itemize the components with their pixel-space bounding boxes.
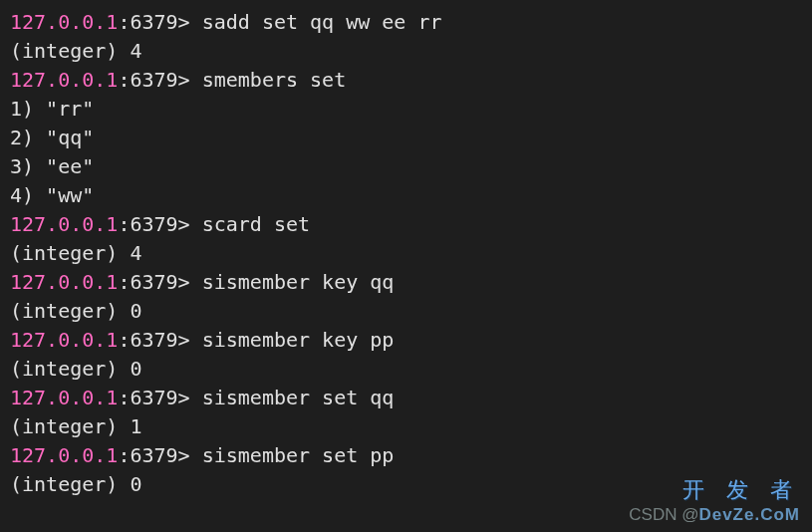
output-text: 1) "rr" (10, 97, 94, 121)
prompt-port: 6379 (130, 68, 177, 92)
prompt-ip: 127.0.0.1 (10, 68, 118, 92)
watermark-brand: DevZe.CoM (698, 505, 800, 524)
prompt-suffix: > (178, 68, 202, 92)
terminal-output: 127.0.0.1:6379> sadd set qq ww ee rr(int… (10, 8, 802, 499)
prompt-port: 6379 (130, 270, 177, 294)
command-line: 127.0.0.1:6379> sismember set pp (10, 441, 802, 470)
command-text: smembers set (202, 68, 347, 92)
output-line: (integer) 4 (10, 239, 802, 268)
output-line: (integer) 0 (10, 297, 802, 326)
output-line: 1) "rr" (10, 95, 802, 124)
prompt-suffix: > (178, 212, 202, 236)
prompt-port: 6379 (130, 443, 177, 467)
command-line: 127.0.0.1:6379> sismember set qq (10, 384, 802, 412)
prompt-suffix: > (178, 270, 202, 294)
prompt-suffix: > (178, 10, 202, 34)
output-text: 3) "ee" (10, 154, 94, 178)
command-text: sadd set qq ww ee rr (202, 10, 442, 34)
prompt-suffix: > (178, 328, 202, 352)
command-line: 127.0.0.1:6379> smembers set (10, 66, 802, 95)
prompt-sep: : (118, 68, 130, 92)
output-line: (integer) 4 (10, 37, 802, 66)
command-text: scard set (202, 212, 310, 236)
output-line: 2) "qq" (10, 124, 802, 152)
prompt-sep: : (118, 212, 130, 236)
output-line: (integer) 0 (10, 470, 802, 499)
command-text: sismember set qq (202, 386, 395, 409)
watermark-bottom: CSDN @DevZe.CoM (629, 503, 800, 528)
command-text: sismember key qq (202, 270, 395, 294)
prompt-port: 6379 (130, 386, 177, 409)
command-line: 127.0.0.1:6379> sismember key qq (10, 268, 802, 297)
prompt-sep: : (118, 328, 130, 352)
prompt-ip: 127.0.0.1 (10, 386, 118, 409)
output-text: 2) "qq" (10, 126, 94, 149)
prompt-ip: 127.0.0.1 (10, 328, 118, 352)
command-line: 127.0.0.1:6379> sismember key pp (10, 326, 802, 355)
prompt-ip: 127.0.0.1 (10, 270, 118, 294)
prompt-suffix: > (178, 386, 202, 409)
prompt-sep: : (118, 10, 130, 34)
prompt-ip: 127.0.0.1 (10, 443, 118, 467)
command-text: sismember key pp (202, 328, 395, 352)
output-line: 3) "ee" (10, 152, 802, 181)
output-text: (integer) 0 (10, 472, 141, 496)
output-line: (integer) 0 (10, 355, 802, 384)
prompt-suffix: > (178, 443, 202, 467)
prompt-port: 6379 (130, 10, 177, 34)
output-text: (integer) 0 (10, 357, 141, 381)
prompt-sep: : (118, 443, 130, 467)
output-text: (integer) 0 (10, 299, 141, 323)
output-text: (integer) 1 (10, 414, 141, 438)
output-text: 4) "ww" (10, 183, 94, 207)
prompt-port: 6379 (130, 212, 177, 236)
command-text: sismember set pp (202, 443, 395, 467)
command-line: 127.0.0.1:6379> scard set (10, 210, 802, 239)
prompt-ip: 127.0.0.1 (10, 212, 118, 236)
prompt-sep: : (118, 270, 130, 294)
output-line: 4) "ww" (10, 181, 802, 210)
output-line: (integer) 1 (10, 412, 802, 441)
prompt-sep: : (118, 386, 130, 409)
prompt-port: 6379 (130, 328, 177, 352)
watermark-prefix: CSDN @ (629, 505, 698, 524)
prompt-ip: 127.0.0.1 (10, 10, 118, 34)
output-text: (integer) 4 (10, 39, 141, 63)
output-text: (integer) 4 (10, 241, 141, 265)
command-line: 127.0.0.1:6379> sadd set qq ww ee rr (10, 8, 802, 37)
